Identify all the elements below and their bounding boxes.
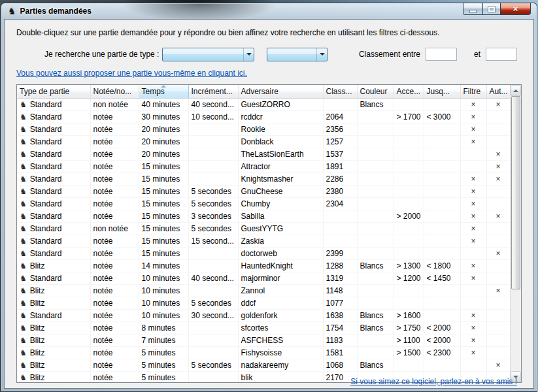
table-row[interactable]: ♞Standardnotée30 minutes10 second...rcdd… <box>17 110 510 123</box>
column-header-filtre[interactable]: Filtre <box>460 85 486 98</box>
column-header-not-e-no[interactable]: Notée/no... <box>90 85 139 98</box>
rating-max-input[interactable] <box>486 48 517 61</box>
cell-aut: × <box>486 148 510 160</box>
column-header-incr-ment[interactable]: Incrément... <box>188 85 238 98</box>
share-with-friends-link[interactable]: Si vous aimez ce logiciel, parlez-en à v… <box>350 377 517 386</box>
cell-type: ♞Standard <box>17 185 90 197</box>
column-header-adversaire[interactable]: Adversaire <box>238 85 323 98</box>
minimize-button[interactable] <box>463 3 482 15</box>
column-header-class[interactable]: Class... <box>323 85 357 98</box>
cell-time: 20 minutes <box>139 123 188 135</box>
rated-select[interactable] <box>267 48 328 61</box>
cell-color <box>357 210 394 222</box>
game-type-label: Standard <box>30 199 62 208</box>
table-row[interactable]: ♞Blitznotée10 minutesZannol1148× <box>17 284 510 297</box>
cell-time: 15 minutes <box>139 160 188 172</box>
column-header-type-de-partie[interactable]: Type de partie <box>17 85 90 98</box>
cell-inc <box>188 321 238 334</box>
cell-rated: notée <box>90 334 139 346</box>
column-header-couleur[interactable]: Couleur <box>357 85 394 98</box>
maximize-button[interactable] <box>482 3 501 15</box>
knight-icon: ♞ <box>20 361 27 370</box>
cell-time: 30 minutes <box>139 110 188 123</box>
table-row[interactable]: ♞Standardnotée15 minutesAttractor1891× <box>17 160 510 172</box>
title-bar[interactable]: ♞ Parties demandées × <box>1 3 537 19</box>
cell-filtre <box>460 247 486 259</box>
scroll-up-button[interactable] <box>511 85 521 96</box>
table-row[interactable]: ♞Standardnotée15 minutesKnightsmasher228… <box>17 172 510 185</box>
table-row[interactable]: ♞Standardnotée20 minutesTheLastSionEarth… <box>17 148 510 160</box>
column-header-temps[interactable]: Temps <box>139 85 188 98</box>
table-row[interactable]: ♞Standardnotée10 minutes40 second...majo… <box>17 272 510 284</box>
game-type-label: Standard <box>30 311 62 320</box>
cell-aut <box>486 297 510 309</box>
cell-color <box>357 346 394 359</box>
cell-inc: 15 second... <box>188 235 238 247</box>
table-row[interactable]: ♞Blitznotée5 minutes5 secondesnadakareem… <box>17 359 510 371</box>
table-row[interactable]: ♞Standardnotée15 minutes3 secondesSabill… <box>17 210 510 222</box>
cell-min <box>394 247 424 259</box>
table-row[interactable]: ♞Blitznotée10 minutes5 secondesddcf1077 <box>17 297 510 309</box>
cell-min: > 1100 <box>394 334 424 346</box>
table-row[interactable]: ♞Standardnotée15 minutesdoctorweb2399× <box>17 247 510 259</box>
scrollbar-track[interactable] <box>511 96 521 371</box>
game-type-select[interactable] <box>162 48 254 61</box>
cell-aut <box>486 259 510 272</box>
cell-min <box>394 297 424 309</box>
column-header-acce[interactable]: Acce... <box>394 85 424 98</box>
cell-rated: notée <box>90 135 139 148</box>
table-row[interactable]: ♞Standardnon notée40 minutes40 second...… <box>17 98 510 110</box>
cell-color <box>357 272 394 284</box>
vertical-scrollbar[interactable] <box>510 85 521 382</box>
game-type-label: Blitz <box>30 323 45 333</box>
table-row[interactable]: ♞Standardnotée15 minutes5 secondesGnuChe… <box>17 185 510 197</box>
table-row[interactable]: ♞Standardnotée20 minutesRookie2356× <box>17 123 510 135</box>
table-row[interactable]: ♞Standardnotée15 minutes15 second...Zask… <box>17 235 510 247</box>
rating-min-input[interactable] <box>426 48 457 61</box>
column-header-aut[interactable]: Aut... <box>486 85 510 98</box>
cell-adv: Zaskia <box>238 235 323 247</box>
instruction-text: Double-cliquez sur une partie demandée p… <box>16 28 533 37</box>
table-row[interactable]: ♞Blitznotée14 minutesHauntedKnight1288Bl… <box>17 259 510 272</box>
table-body: ♞Standardnon notée40 minutes40 second...… <box>17 98 510 382</box>
cell-max <box>424 172 460 185</box>
cell-filtre: × <box>460 135 486 148</box>
cell-rated: non notée <box>90 222 139 235</box>
table-row[interactable]: ♞Standardnotée10 minutes30 second...gold… <box>17 309 510 321</box>
close-button[interactable]: × <box>501 3 531 15</box>
cell-inc <box>188 247 238 259</box>
table-row[interactable]: ♞Standardnotée15 minutes5 secondesChumby… <box>17 197 510 210</box>
game-type-label: Standard <box>30 187 62 196</box>
cell-time: 14 minutes <box>139 259 188 272</box>
table-row[interactable]: ♞Blitznotée7 minutesASFCHESS1183> 1100< … <box>17 334 510 346</box>
table-row[interactable]: ♞Blitznotée8 minutessfcortes1754Blancs> … <box>17 321 510 334</box>
cell-min <box>394 123 424 135</box>
knight-icon: ♞ <box>20 174 27 184</box>
propose-game-link[interactable]: Vous pouvez aussi proposer une partie vo… <box>16 69 247 78</box>
table-row[interactable]: ♞Standardnon notée15 minutes5 secondesGu… <box>17 222 510 235</box>
cell-rating <box>323 210 357 222</box>
knight-icon: ♞ <box>20 162 27 171</box>
cell-inc: 3 secondes <box>188 210 238 222</box>
chevron-down-icon <box>246 53 252 56</box>
cell-filtre: × <box>460 210 486 222</box>
cell-max <box>424 185 460 197</box>
cell-time: 5 minutes <box>139 359 188 371</box>
table-row[interactable]: ♞Blitznotée5 minutesFishysoisse1581> 150… <box>17 346 510 359</box>
cell-inc <box>188 284 238 297</box>
cell-rating: 1148 <box>323 284 357 297</box>
knight-icon: ♞ <box>20 224 27 233</box>
cell-aut <box>486 309 510 321</box>
cell-aut <box>486 135 510 148</box>
game-type-label: Standard <box>30 162 62 171</box>
game-type-label: Blitz <box>30 261 45 270</box>
knight-icon: ♞ <box>20 100 27 109</box>
game-type-filter-label: Je recherche une partie de type : <box>44 50 159 59</box>
cell-rated: non notée <box>90 98 139 110</box>
column-header-jusq[interactable]: Jusq... <box>424 85 460 98</box>
cell-filtre <box>460 148 486 160</box>
game-type-label: Standard <box>30 224 62 233</box>
table-row[interactable]: ♞Standardnotée20 minutesDonblack1257× <box>17 135 510 148</box>
knight-icon: ♞ <box>20 199 27 208</box>
scrollbar-thumb[interactable] <box>511 96 520 289</box>
